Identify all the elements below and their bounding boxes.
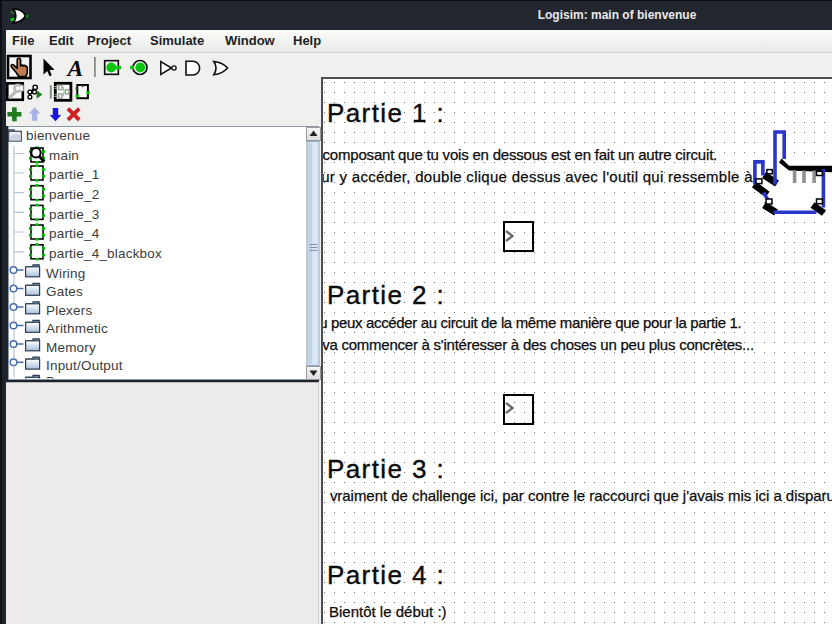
svg-text:B: B [46,374,55,389]
